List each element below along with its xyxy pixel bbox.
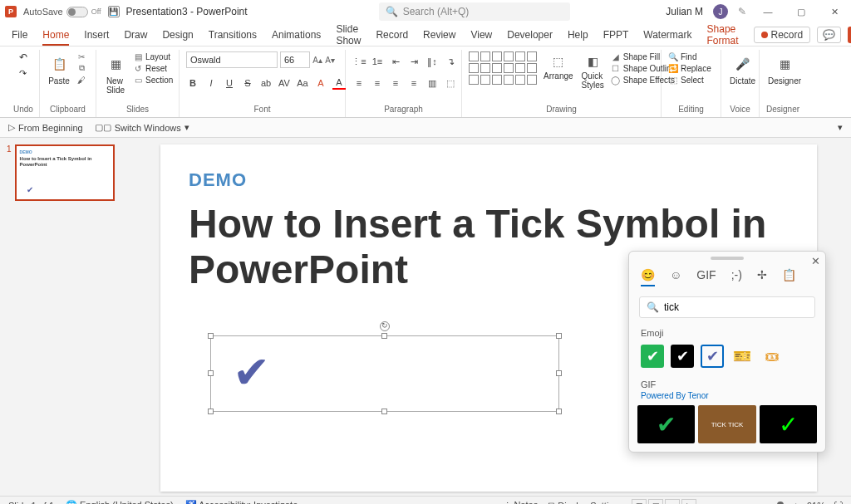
- save-icon[interactable]: 💾: [108, 6, 120, 17]
- shadow-button[interactable]: ab: [259, 76, 273, 90]
- maximize-button[interactable]: ▢: [790, 2, 813, 21]
- format-painter-icon[interactable]: 🖌: [76, 75, 86, 85]
- resize-handle-bl[interactable]: [208, 409, 214, 414]
- align-left-icon[interactable]: ≡: [352, 76, 366, 90]
- emoji-check-blue[interactable]: ✔: [701, 345, 724, 368]
- canvas-area[interactable]: DEMO How to Insert a Tick Symbol in Powe…: [126, 138, 851, 496]
- gif-item-1[interactable]: ✔: [637, 405, 695, 443]
- resize-handle-br[interactable]: [556, 409, 562, 414]
- menu-file[interactable]: File: [12, 29, 27, 41]
- justify-icon[interactable]: ≡: [407, 76, 421, 90]
- resize-handle-ml[interactable]: [208, 370, 214, 376]
- from-beginning-button[interactable]: ▷From Beginning: [8, 122, 83, 133]
- tab-recent-icon[interactable]: 😊: [641, 268, 655, 286]
- resize-handle-bm[interactable]: [381, 409, 387, 414]
- record-button[interactable]: Record: [754, 27, 811, 43]
- menu-transitions[interactable]: Transitions: [209, 29, 257, 41]
- minimize-button[interactable]: —: [756, 2, 780, 21]
- spacing-button[interactable]: AV: [278, 76, 291, 90]
- zoom-in-icon[interactable]: +: [794, 501, 799, 505]
- fit-window-icon[interactable]: ⛶: [834, 501, 843, 505]
- tab-gif-icon[interactable]: GIF: [696, 268, 716, 286]
- select-button[interactable]: ⬚Select: [668, 75, 711, 85]
- decrease-font-icon[interactable]: A▾: [325, 55, 335, 65]
- designer-button[interactable]: ▦Designer: [766, 51, 803, 87]
- display-settings-button[interactable]: 🖥 Display Settings: [546, 501, 623, 505]
- tab-smiley-icon[interactable]: ☺: [670, 268, 681, 286]
- menu-design[interactable]: Design: [162, 29, 193, 41]
- section-button[interactable]: ▭Section: [133, 75, 173, 85]
- smartart-icon[interactable]: ⬚: [444, 76, 457, 90]
- find-button[interactable]: 🔍Find: [668, 51, 711, 61]
- menu-draw[interactable]: Draw: [124, 29, 147, 41]
- columns-icon[interactable]: ▥: [426, 76, 439, 90]
- slide-thumbnail-1[interactable]: 1 DEMO How to Insert a Tick Symbol in Po…: [7, 144, 120, 201]
- menu-review[interactable]: Review: [423, 29, 455, 41]
- menu-shape-format[interactable]: Shape Format: [707, 23, 739, 46]
- gif-item-2[interactable]: TICK TICK: [698, 405, 755, 443]
- language-label[interactable]: 🌐 English (United States): [66, 500, 174, 504]
- zoom-out-icon[interactable]: −: [705, 501, 710, 505]
- quick-styles-button[interactable]: ◧Quick Styles: [580, 51, 606, 91]
- menu-animations[interactable]: Animations: [272, 29, 321, 41]
- font-color-button[interactable]: A: [332, 76, 346, 90]
- font-name-combo[interactable]: Oswald: [186, 51, 278, 68]
- selected-textbox[interactable]: ✔: [210, 335, 559, 412]
- menu-record[interactable]: Record: [376, 29, 408, 41]
- close-icon[interactable]: ✕: [811, 255, 820, 267]
- menu-watermark[interactable]: Watermark: [643, 29, 691, 41]
- avatar[interactable]: J: [713, 4, 728, 19]
- resize-handle-mr[interactable]: [556, 370, 562, 376]
- comments-button[interactable]: 💬: [817, 27, 841, 43]
- pen-icon[interactable]: ✎: [738, 6, 746, 17]
- cut-icon[interactable]: ✂: [76, 51, 86, 61]
- tab-clipboard-icon[interactable]: 📋: [782, 268, 796, 286]
- numbering-icon[interactable]: 1≡: [371, 55, 384, 68]
- notes-button[interactable]: ≐ Notes: [504, 500, 538, 504]
- tab-kaomoji-icon[interactable]: ;-): [731, 268, 742, 286]
- indent-inc-icon[interactable]: ⇥: [407, 55, 421, 68]
- align-center-icon[interactable]: ≡: [371, 76, 384, 90]
- tab-symbols-icon[interactable]: ✢: [757, 268, 767, 286]
- menu-fppt[interactable]: FPPT: [603, 29, 629, 41]
- redo-icon[interactable]: ↷: [19, 68, 27, 79]
- reading-view-icon[interactable]: ▭: [665, 499, 680, 505]
- sorter-view-icon[interactable]: ▤: [648, 499, 663, 505]
- strike-button[interactable]: S: [241, 76, 254, 90]
- font-size-combo[interactable]: 66: [280, 51, 310, 68]
- menu-help[interactable]: Help: [568, 29, 588, 41]
- underline-button[interactable]: U: [223, 76, 236, 90]
- search-input[interactable]: 🔍 Search (Alt+Q): [379, 2, 570, 21]
- arrange-button[interactable]: ⬚Arrange: [542, 51, 575, 82]
- align-right-icon[interactable]: ≡: [389, 76, 402, 90]
- menu-slideshow[interactable]: Slide Show: [336, 23, 361, 46]
- switch-windows-button[interactable]: ▢▢Switch Windows▾: [95, 122, 189, 133]
- case-button[interactable]: Aa: [296, 76, 309, 90]
- emoji-check-black[interactable]: ✔: [671, 345, 694, 368]
- collapse-ribbon-icon[interactable]: ▾: [838, 122, 843, 133]
- menu-insert[interactable]: Insert: [84, 29, 109, 41]
- bold-button[interactable]: B: [186, 76, 199, 90]
- shape-gallery[interactable]: [469, 51, 537, 85]
- replace-button[interactable]: 🔁Replace: [668, 63, 711, 73]
- increase-font-icon[interactable]: A▴: [312, 55, 322, 65]
- rotate-handle[interactable]: [380, 321, 390, 331]
- emoji-ticket-red[interactable]: 🎫: [730, 345, 754, 368]
- emoji-search[interactable]: 🔍: [639, 296, 815, 318]
- slideshow-view-icon[interactable]: ▷: [681, 499, 696, 505]
- emoji-ticket-yellow[interactable]: 🎟: [760, 345, 784, 368]
- emoji-check-green[interactable]: ✔: [641, 345, 664, 368]
- close-button[interactable]: ✕: [823, 2, 846, 21]
- copy-icon[interactable]: ⧉: [76, 63, 86, 73]
- share-button[interactable]: ↗Share▾: [848, 27, 851, 43]
- resize-handle-tm[interactable]: [381, 333, 387, 339]
- resize-handle-tr[interactable]: [556, 333, 562, 339]
- dictate-button[interactable]: 🎤Dictate: [728, 51, 757, 87]
- autosave-toggle[interactable]: AutoSave Off: [23, 7, 101, 17]
- italic-button[interactable]: I: [204, 76, 218, 90]
- layout-button[interactable]: ▤Layout: [133, 51, 173, 61]
- line-spacing-icon[interactable]: ‖↕: [426, 55, 439, 68]
- accessibility-label[interactable]: ♿ Accessibility: Investigate: [185, 500, 298, 504]
- toggle-off-icon[interactable]: [66, 7, 88, 17]
- zoom-level[interactable]: 91%: [807, 501, 825, 505]
